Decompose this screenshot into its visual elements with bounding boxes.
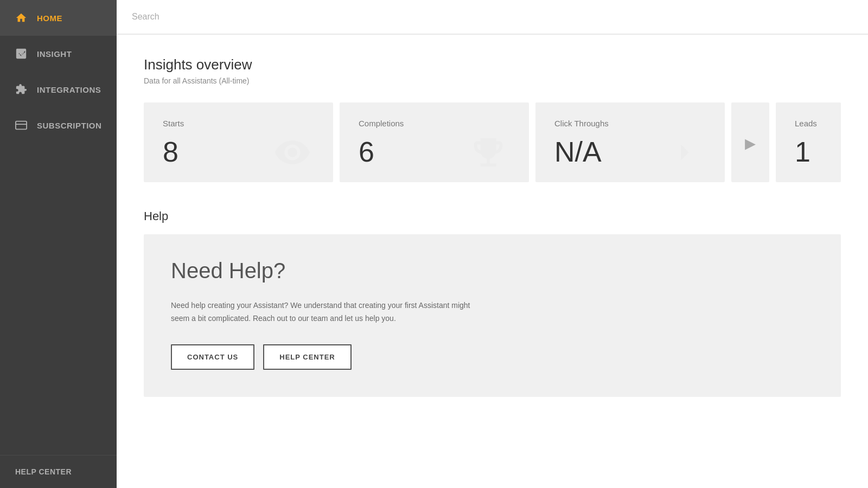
trophy-icon: [464, 133, 513, 171]
search-bar-wrapper: [117, 0, 868, 35]
sidebar-item-integrations[interactable]: INTEGRATIONS: [0, 72, 117, 107]
sidebar-spacer: [0, 143, 117, 455]
insights-subtitle: Data for all Assistants (All-time): [144, 76, 841, 85]
stat-card-completions: Completions 6: [340, 102, 529, 182]
subscription-icon: [15, 119, 27, 131]
sidebar-item-subscription[interactable]: SUBSCRIPTION: [0, 107, 117, 143]
home-icon: [15, 12, 27, 24]
stat-card-starts: Starts 8: [144, 102, 333, 182]
sidebar-label-home: HOME: [37, 14, 62, 23]
stat-card-click-throughs: Click Throughs N/A: [535, 102, 725, 182]
chevron-right-icon: ▸: [745, 130, 756, 155]
stat-label-starts: Starts: [163, 119, 314, 128]
content-area: Insights overview Data for all Assistant…: [117, 35, 868, 488]
svg-point-4: [23, 52, 24, 53]
svg-point-3: [21, 55, 22, 56]
help-card-text: Need help creating your Assistant? We un…: [171, 299, 475, 325]
svg-point-2: [20, 53, 21, 54]
stat-label-click-throughs: Click Throughs: [554, 119, 706, 128]
insight-icon: [15, 48, 27, 60]
sidebar-label-integrations: INTEGRATIONS: [37, 85, 101, 94]
sidebar-label-help-center: HELP CENTER: [15, 467, 72, 476]
stat-label-leads: Leads: [795, 119, 822, 128]
help-card-heading: Need Help?: [171, 259, 814, 283]
stat-value-leads: 1: [795, 138, 822, 166]
stat-label-completions: Completions: [359, 119, 510, 128]
integrations-icon: [15, 84, 27, 95]
sidebar-item-home[interactable]: HOME: [0, 0, 117, 36]
svg-point-1: [18, 55, 20, 56]
stats-row: Starts 8 Completions 6: [144, 102, 841, 182]
search-input[interactable]: [117, 0, 868, 34]
sidebar-item-help-center[interactable]: HELP CENTER: [0, 455, 117, 488]
sidebar-label-subscription: SUBSCRIPTION: [37, 121, 101, 130]
stats-next-button[interactable]: ▸: [731, 102, 769, 182]
help-center-button[interactable]: HELP CENTER: [263, 344, 352, 370]
main-content: Insights overview Data for all Assistant…: [117, 0, 868, 488]
sidebar-item-insight[interactable]: INSIGHT: [0, 36, 117, 72]
help-section-title: Help: [144, 209, 841, 223]
sidebar-label-insight: INSIGHT: [37, 49, 72, 59]
click-through-icon: [660, 133, 709, 171]
help-buttons: CONTACT US HELP CENTER: [171, 344, 814, 370]
sidebar: HOME INSIGHT INTEGRATIONS: [0, 0, 117, 488]
eye-icon: [268, 133, 317, 171]
help-card: Need Help? Need help creating your Assis…: [144, 234, 841, 397]
insights-title: Insights overview: [144, 56, 841, 73]
stat-card-leads: Leads 1: [776, 102, 841, 182]
contact-us-button[interactable]: CONTACT US: [171, 344, 254, 370]
svg-rect-5: [16, 121, 27, 130]
